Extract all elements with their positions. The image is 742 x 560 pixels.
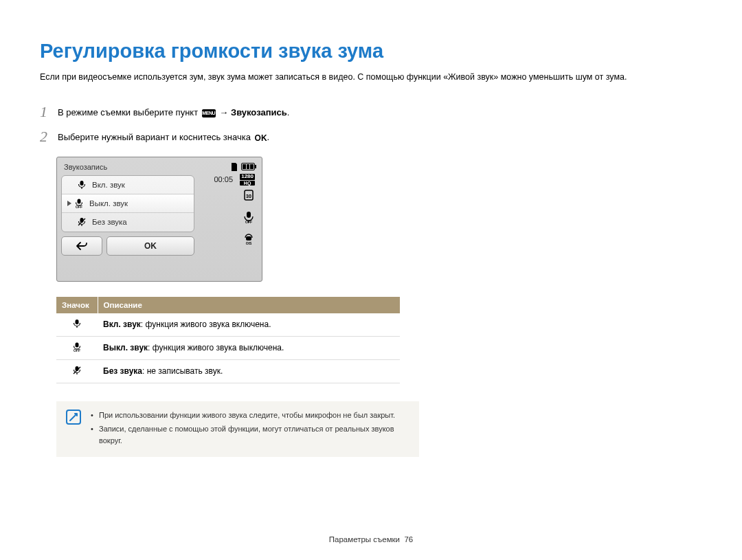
svg-rect-2 xyxy=(247,212,251,218)
mic-mute-icon xyxy=(77,217,87,227)
table-row: OFF Выкл. звук: функция живого звука вык… xyxy=(56,336,400,359)
svg-text:OFF: OFF xyxy=(74,348,80,352)
svg-text:OFF: OFF xyxy=(245,220,252,223)
mic-off-icon: OFF xyxy=(243,211,255,223)
step1-period: . xyxy=(287,107,290,117)
step-1: 1 В режиме съемки выберите пункт MENU → … xyxy=(40,103,702,121)
mic-icon xyxy=(77,180,87,190)
step2-period: . xyxy=(267,132,270,142)
camera-screen: Звукозапись 00:05 1280 HQ 30 OFF OIS Вкл… xyxy=(56,157,262,282)
menu-icon: MENU xyxy=(202,109,216,117)
footer: Параметры съемки 76 xyxy=(0,535,742,544)
option-label: Без звука xyxy=(92,218,127,226)
step-number: 2 xyxy=(40,128,58,146)
svg-text:OFF: OFF xyxy=(76,205,82,208)
timer-icon: 30 xyxy=(243,189,255,201)
selected-marker-icon xyxy=(67,201,71,206)
table-header-desc: Описание xyxy=(98,297,400,313)
note-item: При использовании функции живого звука с… xyxy=(91,410,408,421)
resolution-badge: 1280 HQ xyxy=(240,174,255,186)
option-sound-off[interactable]: OFF Выкл. звук xyxy=(62,194,194,213)
back-button[interactable] xyxy=(61,236,102,256)
row-label: Выкл. звук xyxy=(103,343,148,352)
row-text: : не записывать звук. xyxy=(142,366,223,376)
note-item: Записи, сделанные с помощью этой функции… xyxy=(91,423,408,446)
arrow: → xyxy=(219,107,228,117)
table-row: Вкл. звук: функция живого звука включена… xyxy=(56,313,400,337)
options-panel: Вкл. звук OFF Выкл. звук Без звука xyxy=(61,175,194,232)
svg-text:OIS: OIS xyxy=(246,241,252,245)
sd-card-icon xyxy=(230,163,238,171)
mic-icon xyxy=(72,319,82,328)
step-number: 1 xyxy=(40,103,58,121)
svg-rect-16 xyxy=(76,342,79,347)
option-no-sound[interactable]: Без звука xyxy=(62,213,194,232)
intro-text: Если при видеосъемке используется зум, з… xyxy=(40,71,702,84)
battery-icon xyxy=(241,163,255,170)
row-text: : функция живого звука выключена. xyxy=(148,343,284,352)
info-icon xyxy=(66,410,81,425)
record-time: 00:05 xyxy=(214,175,233,183)
option-label: Выкл. звук xyxy=(89,199,128,208)
option-sound-on[interactable]: Вкл. звук xyxy=(62,176,194,194)
ok-button[interactable]: OK xyxy=(106,236,194,256)
svg-rect-14 xyxy=(76,320,79,324)
note-box: При использовании функции живого звука с… xyxy=(56,401,419,458)
footer-page: 76 xyxy=(404,535,413,544)
ok-icon: OK xyxy=(255,133,267,143)
svg-text:30: 30 xyxy=(246,194,251,199)
table-header-icon: Значок xyxy=(56,297,98,313)
option-label: Вкл. звук xyxy=(92,181,125,189)
step2-pre: Выберите нужный вариант и коснитесь знач… xyxy=(58,132,254,142)
row-label: Вкл. звук xyxy=(103,320,141,329)
step1-target: Звукозапись xyxy=(231,107,287,117)
svg-rect-5 xyxy=(246,236,251,240)
step1-pre: В режиме съемки выберите пункт xyxy=(58,107,201,117)
page-title: Регулировка громкости звука зума xyxy=(40,40,702,63)
ois-icon: OIS xyxy=(243,233,255,245)
mic-off-icon: OFF xyxy=(74,199,84,208)
svg-rect-7 xyxy=(80,181,84,186)
mic-off-icon: OFF xyxy=(72,342,82,352)
step-2: 2 Выберите нужный вариант и коснитесь зн… xyxy=(40,128,702,146)
panel-title: Звукозапись xyxy=(61,161,258,174)
row-label: Без звука xyxy=(103,366,142,376)
row-text: : функция живого звука включена. xyxy=(141,320,271,329)
table-row: Без звука: не записывать звук. xyxy=(56,359,400,383)
svg-rect-9 xyxy=(78,199,81,203)
back-arrow-icon xyxy=(76,241,88,251)
mic-mute-icon xyxy=(72,366,82,375)
description-table: Значок Описание Вкл. звук: функция живог… xyxy=(56,297,400,383)
footer-section: Параметры съемки xyxy=(329,535,400,544)
